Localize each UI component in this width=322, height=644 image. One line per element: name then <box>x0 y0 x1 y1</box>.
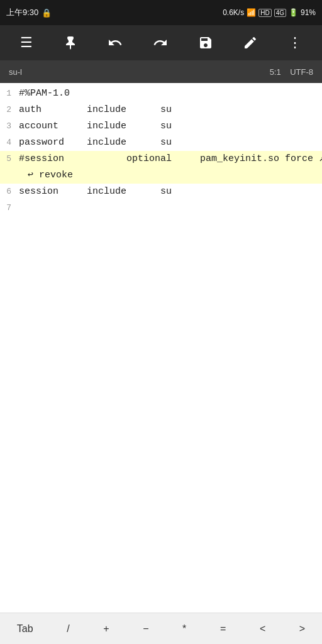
line-4: 4 password include su <box>0 135 322 151</box>
line-content-5b: ↩ revoke <box>15 167 322 184</box>
line-num-1: 1 <box>0 86 15 102</box>
hd-badge: HD <box>258 9 271 17</box>
line-num-2: 2 <box>0 102 15 118</box>
key-plus[interactable]: + <box>97 619 115 638</box>
editor[interactable]: 1 #%PAM-1.0 2 auth include su 3 account … <box>0 83 322 613</box>
more-button[interactable]: ⋮ <box>280 30 309 56</box>
filename-label: su-l <box>9 67 22 77</box>
line-7: 7 <box>0 200 322 216</box>
encoding-label: UTF-8 <box>290 67 313 77</box>
line-num-5: 5 <box>0 151 15 167</box>
redo-icon <box>153 35 168 50</box>
line-5: 5 #session optional pam_keyinit.so force… <box>0 151 322 184</box>
lock-icon: 🔒 <box>42 8 52 18</box>
bottom-bar: Tab / + − * = < > <box>0 613 322 644</box>
key-greater-than[interactable]: > <box>293 619 311 638</box>
line-3: 3 account include su <box>0 118 322 135</box>
edit-button[interactable] <box>235 30 265 55</box>
line-2: 2 auth include su <box>0 102 322 118</box>
speed-label: 0.6K/s <box>223 8 244 17</box>
key-asterisk[interactable]: * <box>176 619 192 638</box>
line-content-6: session include su <box>15 184 322 200</box>
battery-level: 91% <box>301 8 316 17</box>
line-content-5a: #session optional pam_keyinit.so force ↗ <box>15 151 322 167</box>
pencil-icon <box>243 35 258 50</box>
line-content-1: #%PAM-1.0 <box>15 86 322 102</box>
line-content-2: auth include su <box>15 102 322 118</box>
network-icon: 4G <box>274 9 286 17</box>
line-content-3: account include su <box>15 118 322 135</box>
redo-button[interactable] <box>145 30 175 55</box>
line-6: 6 session include su <box>0 184 322 200</box>
undo-button[interactable] <box>100 30 130 55</box>
key-equals[interactable]: = <box>214 619 232 638</box>
time-label: 上午9:30 <box>6 7 38 18</box>
save-icon <box>198 35 213 50</box>
line-num-4: 4 <box>0 135 15 151</box>
line-num-5b <box>0 167 15 184</box>
editor-content[interactable]: 1 #%PAM-1.0 2 auth include su 3 account … <box>0 83 322 613</box>
key-slash[interactable]: / <box>60 619 75 638</box>
signal-icon: 📶 <box>247 8 256 17</box>
line-num-7: 7 <box>0 200 15 216</box>
pin-button[interactable] <box>55 30 86 55</box>
line-1: 1 #%PAM-1.0 <box>0 86 322 102</box>
save-button[interactable] <box>191 30 221 55</box>
menu-button[interactable]: ☰ <box>13 30 40 56</box>
undo-icon <box>108 35 123 50</box>
line-num-6: 6 <box>0 184 15 200</box>
pin-icon <box>63 35 78 50</box>
status-left: 上午9:30 🔒 <box>6 7 52 18</box>
status-right: 0.6K/s 📶 HD 4G 🔋 91% <box>223 8 316 17</box>
toolbar: ☰ ⋮ <box>0 25 322 60</box>
battery-icon: 🔋 <box>289 8 298 17</box>
key-tab[interactable]: Tab <box>11 619 40 638</box>
cursor-position: 5:1 <box>270 67 281 77</box>
key-less-than[interactable]: < <box>253 619 272 638</box>
line-num-3: 3 <box>0 118 15 135</box>
line-content-4: password include su <box>15 135 322 151</box>
file-info: 5:1 UTF-8 <box>270 67 313 77</box>
key-minus[interactable]: − <box>136 619 155 638</box>
status-bar: 上午9:30 🔒 0.6K/s 📶 HD 4G 🔋 91% <box>0 0 322 25</box>
file-bar: su-l 5:1 UTF-8 <box>0 60 322 83</box>
